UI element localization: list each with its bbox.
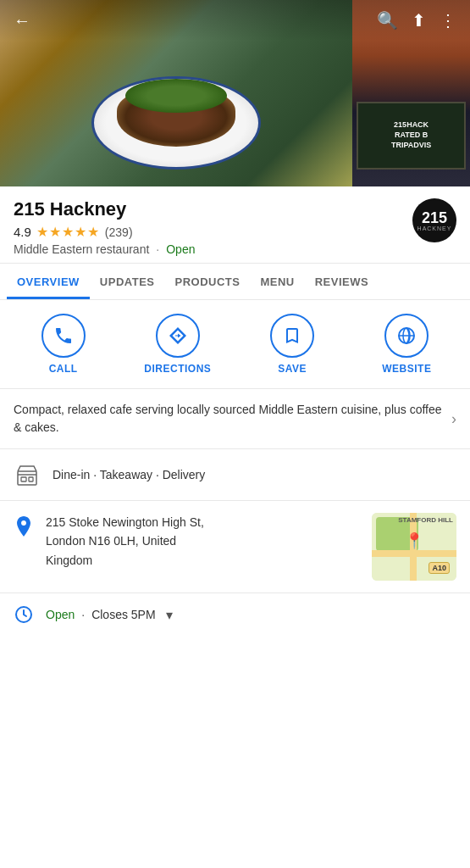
address-line1: 215 Stoke Newington High St, — [46, 513, 360, 531]
food-plate — [91, 76, 261, 170]
service-icon — [14, 461, 41, 488]
call-button[interactable]: CALL — [10, 314, 116, 375]
category-text: Middle Eastern restaurant — [14, 242, 149, 256]
clock-svg — [14, 605, 33, 624]
hero-section: 215HACK RATED B TRIPADVIS ← 🔍 ⬆ ⋮ — [0, 0, 470, 186]
description-row[interactable]: Compact, relaxed cafe serving locally so… — [0, 389, 470, 449]
save-button[interactable]: SAVE — [240, 314, 346, 375]
website-label: WEBSITE — [382, 363, 431, 375]
tabs-row: OVERVIEW UPDATES PRODUCTS MENU REVIEWS — [0, 264, 470, 300]
save-icon — [282, 326, 302, 346]
chalkboard-text: 215HACK RATED B TRIPADVIS — [391, 120, 431, 150]
address-line2: London N16 0LH, United — [46, 531, 360, 550]
hours-dropdown-arrow[interactable]: ▾ — [166, 607, 173, 623]
info-section: 215 Hackney 4.9 ★★★★★ (239) Middle Easte… — [0, 186, 470, 264]
hours-separator: · — [81, 608, 85, 621]
food-greens — [125, 79, 227, 113]
clock-icon — [14, 605, 34, 624]
restaurant-name: 215 Hackney — [14, 198, 195, 220]
website-button[interactable]: WEBSITE — [354, 314, 460, 375]
dot-separator: · — [156, 242, 159, 256]
chevron-right-icon: › — [451, 410, 456, 428]
svg-rect-5 — [29, 477, 33, 481]
service-row: Dine-in · Takeaway · Delivery — [0, 449, 470, 501]
tab-menu[interactable]: MENU — [250, 264, 304, 299]
call-label: CALL — [49, 363, 78, 375]
map-area-label: STAMFORD HILL — [398, 516, 453, 524]
info-left: 215 Hackney 4.9 ★★★★★ (239) Middle Easte… — [14, 198, 195, 256]
open-label: Open — [46, 608, 75, 621]
more-button[interactable]: ⋮ — [440, 10, 456, 31]
restaurant-logo: 215 HACKNEY — [412, 198, 456, 242]
directions-icon-circle — [156, 314, 200, 358]
location-icon — [14, 515, 34, 538]
logo-subtitle: HACKNEY — [417, 225, 452, 231]
directions-icon — [168, 326, 188, 346]
search-button[interactable]: 🔍 — [377, 10, 398, 31]
logo-number: 215 — [422, 210, 447, 225]
actions-row: CALL DIRECTIONS SAVE WEBSI — [0, 300, 470, 389]
nav-right-icons: 🔍 ⬆ ⋮ — [377, 10, 456, 31]
svg-rect-3 — [18, 471, 36, 485]
call-icon — [53, 326, 74, 346]
hours-text: Open · Closes 5PM ▾ — [46, 607, 173, 623]
description-text: Compact, relaxed cafe serving locally so… — [14, 401, 445, 437]
directions-label: DIRECTIONS — [144, 363, 211, 375]
review-count: (239) — [105, 225, 133, 239]
map-pin: 📍 — [405, 531, 423, 550]
closing-time: Closes 5PM — [91, 608, 155, 621]
map-background: STAMFORD HILL 📍 A10 — [372, 513, 456, 581]
food-pile — [117, 87, 235, 147]
website-icon-circle — [384, 314, 429, 358]
hours-row[interactable]: Open · Closes 5PM ▾ — [0, 593, 470, 636]
website-icon — [396, 326, 417, 346]
svg-rect-4 — [21, 477, 26, 481]
top-navigation: ← 🔍 ⬆ ⋮ — [0, 0, 470, 41]
tab-reviews[interactable]: REVIEWS — [305, 264, 379, 299]
directions-button[interactable]: DIRECTIONS — [124, 314, 230, 375]
address-line3: Kingdom — [46, 551, 360, 570]
chalkboard: 215HACK RATED B TRIPADVIS — [357, 102, 466, 170]
address-text: 215 Stoke Newington High St, London N16 … — [46, 513, 360, 570]
save-icon-circle — [270, 314, 314, 358]
rating-number: 4.9 — [14, 225, 31, 239]
rating-row: 4.9 ★★★★★ (239) — [14, 224, 195, 240]
tab-products[interactable]: PRODUCTS — [165, 264, 251, 299]
stars: ★★★★★ — [36, 224, 100, 240]
category-row: Middle Eastern restaurant · Open — [14, 242, 195, 256]
back-button[interactable]: ← — [14, 11, 30, 31]
open-status: Open — [166, 242, 195, 256]
map-thumbnail[interactable]: STAMFORD HILL 📍 A10 — [372, 513, 456, 581]
share-button[interactable]: ⬆ — [412, 10, 426, 31]
map-road-number: A10 — [429, 562, 450, 574]
store-icon — [15, 463, 39, 487]
call-icon-circle — [41, 314, 86, 358]
save-label: SAVE — [278, 363, 307, 375]
tab-updates[interactable]: UPDATES — [90, 264, 165, 299]
address-row[interactable]: 215 Stoke Newington High St, London N16 … — [0, 501, 470, 593]
service-text: Dine-in · Takeaway · Delivery — [53, 468, 205, 481]
pin-icon — [14, 515, 33, 538]
tab-overview[interactable]: OVERVIEW — [7, 264, 90, 299]
